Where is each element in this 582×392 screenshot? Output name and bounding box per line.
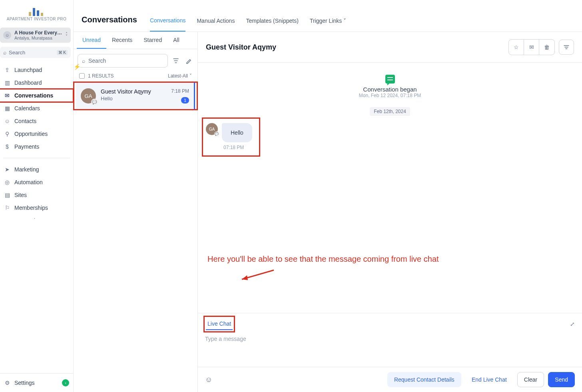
search-icon: ⌕ [3, 49, 6, 56]
select-all-checkbox[interactable] [79, 73, 85, 79]
nav-label: Sites [14, 192, 27, 198]
thread-title: Guest Visitor Aqymy [206, 43, 508, 52]
global-search[interactable]: ⌕ Search ⌘ K [0, 47, 71, 58]
account-switcher[interactable]: ☺ A House For Every F… Antalya, Muratpas… [0, 28, 71, 43]
list-search-placeholder: Search [88, 58, 106, 64]
request-contact-button[interactable]: Request Contact Details [387, 372, 461, 387]
end-livechat-button[interactable]: End Live Chat [465, 372, 513, 387]
calendars-icon: ▦ [4, 105, 10, 111]
conversation-time: 7:18 PM [171, 88, 189, 94]
memberships-icon: ⚐ [4, 205, 10, 211]
account-name: A House For Every F… [14, 30, 62, 36]
sidebar-item-payments[interactable]: $Payments [0, 140, 73, 153]
nav-label: Contacts [14, 118, 36, 124]
collapse-sidebar-button[interactable]: ‹ [62, 379, 69, 386]
nav-label: Opportunities [14, 131, 48, 137]
search-icon: ⌕ [82, 58, 85, 64]
annotation-arrow-icon [236, 268, 276, 284]
conversation-name: Guest Visitor Aqymy [101, 88, 166, 95]
date-separator: Feb 12th, 2024 [370, 107, 410, 116]
topbar: Conversations ConversationsManual Action… [74, 0, 582, 32]
subtab-all[interactable]: All [167, 32, 185, 49]
tab-templates-snippets-[interactable]: Templates (Snippets) [246, 17, 299, 32]
conversation-began: Conversation began Mon, Feb 12 2024, 07:… [206, 75, 574, 98]
conversation-list-item[interactable]: GA 💬 Guest Visitor Aqymy Hello 7:18 PM 1 [76, 83, 195, 109]
began-timestamp: Mon, Feb 12 2024, 07:18 PM [206, 93, 574, 98]
svg-rect-2 [37, 10, 39, 16]
compose-icon[interactable] [184, 56, 193, 66]
search-shortcut: ⌘ K [57, 50, 68, 55]
settings-label: Settings [14, 380, 35, 386]
nav-label: Conversations [14, 92, 53, 99]
tab-manual-actions[interactable]: Manual Actions [197, 17, 235, 32]
sidebar-item-automation[interactable]: ◎Automation [0, 176, 73, 189]
sidebar-item-opportunities[interactable]: ⚲Opportunities [0, 127, 73, 140]
chevron-down-icon: ˅ [343, 18, 346, 24]
sidebar-nav: ⇪Launchpad▥Dashboard✉Conversations▦Calen… [0, 64, 73, 219]
opportunities-icon: ⚲ [4, 131, 10, 137]
conversations-icon: ✉ [4, 92, 10, 99]
nav-label: Payments [14, 143, 39, 150]
thread-filter-button[interactable] [559, 40, 574, 55]
sidebar-item-contacts[interactable]: ☺Contacts [0, 115, 73, 127]
dashboard-icon: ▥ [4, 80, 10, 86]
svg-line-4 [242, 270, 274, 279]
thread-panel: Guest Visitor Aqymy ☆ ✉ 🗑 Conversation b… [198, 32, 582, 392]
tab-trigger-links[interactable]: Trigger Links ˅ [310, 17, 346, 32]
subtab-unread[interactable]: Unread [77, 32, 106, 49]
svg-rect-3 [41, 13, 43, 16]
nav-label: Calendars [14, 105, 40, 111]
account-avatar-icon: ☺ [3, 31, 11, 39]
clear-button[interactable]: Clear [517, 372, 544, 387]
tab-conversations[interactable]: Conversations [150, 17, 186, 32]
chevron-updown-icon: ˄˅ [66, 33, 68, 38]
message-avatar: GA 💬 [206, 123, 218, 135]
brand-title: APARTMENT INVESTOR PRO [0, 17, 73, 21]
sidebar-item-dashboard[interactable]: ▥Dashboard [0, 76, 73, 89]
began-title: Conversation began [206, 86, 574, 93]
results-count: 1 RESULTS [88, 73, 114, 79]
thread-actions: ☆ ✉ 🗑 [508, 39, 555, 55]
list-subtabs: UnreadRecentsStarredAll [74, 32, 197, 49]
nav-label: Marketing [14, 166, 39, 173]
mark-read-button[interactable]: ✉ [524, 40, 539, 55]
message-input[interactable]: Type a message [198, 331, 582, 367]
chevron-down-icon: ˅ [189, 73, 192, 79]
sidebar-item-calendars[interactable]: ▦Calendars [0, 102, 73, 115]
chat-began-icon [385, 75, 395, 84]
main: Conversations ConversationsManual Action… [74, 0, 582, 392]
bolt-icon[interactable]: ⚡ [74, 64, 80, 70]
annotation-text: Here you'll be able to see that the mess… [207, 255, 487, 264]
sidebar-item-conversations[interactable]: ✉Conversations [0, 89, 73, 102]
nav-label: Launchpad [14, 67, 42, 73]
subtab-recents[interactable]: Recents [106, 32, 138, 49]
nav-label: Dashboard [14, 80, 42, 86]
sort-dropdown[interactable]: Latest-All ˅ [168, 73, 192, 79]
avatar: GA 💬 [81, 88, 96, 103]
gear-icon: ⚙ [4, 380, 10, 386]
global-search-label: Search [9, 50, 54, 56]
sidebar-item-marketing[interactable]: ➤Marketing [0, 163, 73, 176]
svg-marker-5 [242, 275, 248, 280]
emoji-picker-icon[interactable]: ☺ [205, 376, 212, 384]
composer-tab-livechat[interactable]: Live Chat [206, 318, 233, 330]
account-location: Antalya, Muratpasa [14, 36, 62, 40]
chat-channel-icon: 💬 [91, 99, 98, 105]
star-button[interactable]: ☆ [509, 40, 524, 55]
payments-icon: $ [4, 143, 10, 150]
collapse-composer-icon[interactable]: ⤢ [570, 321, 575, 327]
automation-icon: ◎ [4, 179, 10, 185]
sidebar-item-memberships[interactable]: ⚐Memberships [0, 201, 73, 214]
nav-label: Automation [14, 179, 43, 185]
filter-icon[interactable] [171, 56, 181, 66]
list-search-input[interactable]: ⌕ Search [78, 54, 168, 68]
sidebar-item-sites[interactable]: ▤Sites [0, 189, 73, 201]
subtab-starred[interactable]: Starred [138, 32, 167, 49]
sidebar-item-launchpad[interactable]: ⇪Launchpad [0, 64, 73, 76]
sidebar-item-reputation[interactable]: ☆Reputation [0, 214, 73, 219]
brand-logo: APARTMENT INVESTOR PRO [0, 0, 73, 24]
sidebar: APARTMENT INVESTOR PRO ☺ A House For Eve… [0, 0, 74, 392]
sidebar-item-settings[interactable]: ⚙ Settings ‹ [0, 374, 73, 392]
delete-button[interactable]: 🗑 [539, 40, 554, 55]
send-button[interactable]: Send [548, 372, 575, 387]
